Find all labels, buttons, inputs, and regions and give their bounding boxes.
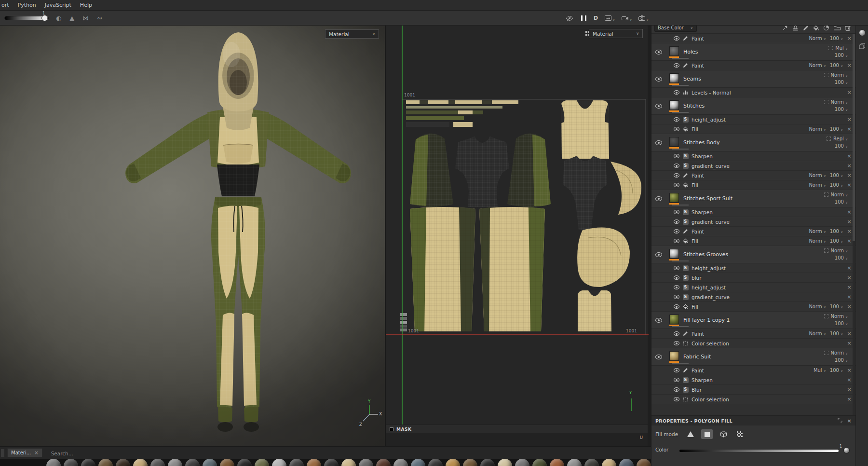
remove-effect-button[interactable] [847, 163, 852, 169]
postcard-icon[interactable] [605, 14, 614, 23]
material-thumbnail[interactable] [393, 459, 408, 466]
opacity-select[interactable]: 100 [835, 143, 848, 149]
opacity-select[interactable]: 100 [830, 63, 843, 68]
visibility-eye-icon[interactable] [655, 50, 662, 55]
effect-row[interactable]: SSharpen [651, 375, 855, 385]
opacity-select[interactable]: 100 [835, 199, 848, 205]
visibility-eye-icon[interactable] [674, 90, 679, 95]
menu-item[interactable]: JavaScript [41, 2, 76, 8]
effect-row[interactable]: PaintNorm100 [651, 329, 855, 339]
close-tab-icon[interactable] [34, 450, 38, 455]
remove-effect-button[interactable] [847, 126, 852, 132]
remove-effect-button[interactable] [847, 294, 852, 300]
material-thumbnail[interactable] [446, 459, 460, 466]
effect-row[interactable]: PaintNorm100 [651, 171, 855, 180]
blend-mode-select[interactable]: Norm [809, 229, 826, 234]
mask-bar[interactable]: MASK [386, 425, 648, 433]
layer-row[interactable]: Fabric SuitNorm100 [651, 348, 855, 366]
material-thumbnail[interactable] [428, 459, 443, 466]
opacity-select[interactable]: 100 [830, 173, 843, 178]
material-thumbnail[interactable] [220, 459, 234, 466]
blend-options-icon[interactable] [824, 351, 828, 355]
visibility-eye-icon[interactable] [674, 341, 679, 345]
remove-effect-button[interactable] [847, 284, 852, 290]
visibility-eye-icon[interactable] [655, 104, 662, 109]
remove-effect-button[interactable] [847, 116, 852, 123]
pencil-icon[interactable] [803, 25, 809, 31]
material-thumbnail[interactable] [376, 459, 391, 466]
remove-effect-button[interactable] [847, 182, 852, 188]
remove-effect-button[interactable] [847, 386, 852, 393]
material-thumbnail[interactable] [359, 459, 373, 466]
remove-effect-button[interactable] [847, 89, 852, 96]
shader-mode-select[interactable]: Material [325, 29, 379, 39]
expand-panel-icon[interactable] [838, 418, 842, 424]
opacity-select[interactable]: 100 [830, 304, 843, 309]
opacity-select[interactable]: 100 [830, 182, 843, 188]
fill-mode-checker-button[interactable] [734, 429, 746, 439]
opacity-select[interactable]: 100 [835, 53, 848, 58]
visibility-eye-icon[interactable] [674, 304, 679, 309]
alpha-falloff-icon[interactable]: ▲ [69, 14, 74, 22]
visibility-eye-icon[interactable] [674, 387, 679, 392]
material-thumbnail[interactable] [289, 459, 304, 466]
opacity-select[interactable]: 100 [835, 107, 848, 112]
layer-row[interactable]: SeamsNorm100 [651, 70, 855, 88]
material-thumbnail[interactable] [498, 459, 512, 466]
blend-options-icon[interactable] [824, 192, 828, 197]
blend-mode-select[interactable]: Mul [814, 368, 826, 373]
visibility-eye-icon[interactable] [674, 229, 679, 233]
blend-mode-select[interactable]: Norm [831, 248, 848, 253]
displacement-icon[interactable]: D [594, 15, 598, 21]
layers-scrollbar[interactable] [853, 34, 855, 415]
effect-row[interactable]: Sgradient_curve [651, 217, 855, 227]
effect-row[interactable]: Sheight_adjust [651, 115, 855, 124]
visibility-eye-icon[interactable] [674, 239, 679, 243]
material-sphere-icon[interactable] [859, 30, 865, 36]
material-thumbnail[interactable] [480, 459, 495, 466]
effect-row[interactable]: SSharpen [651, 207, 855, 217]
layer-row[interactable]: Stitches GroovesNorm100 [651, 246, 855, 263]
remove-effect-button[interactable] [847, 396, 852, 402]
layer-row[interactable]: Stitches Sport SuitNorm100 [651, 190, 855, 207]
shelf-handle[interactable] [1, 449, 4, 457]
viewport-3d[interactable]: Material Y X Z [0, 26, 385, 446]
effect-row[interactable]: FillNorm100 [651, 124, 855, 134]
visibility-eye-icon[interactable] [674, 378, 679, 382]
opacity-select[interactable]: 100 [830, 368, 843, 373]
search-input[interactable] [51, 451, 196, 456]
remove-effect-button[interactable] [847, 62, 852, 69]
material-thumbnail[interactable] [150, 459, 165, 466]
visibility-eye-icon[interactable] [674, 219, 679, 224]
material-thumbnail[interactable] [272, 459, 286, 466]
remove-effect-button[interactable] [847, 153, 852, 159]
visibility-eye-icon[interactable] [655, 252, 662, 257]
opacity-select[interactable]: 100 [830, 36, 843, 41]
material-thumbnail[interactable] [46, 459, 61, 466]
video-camera-icon[interactable] [622, 14, 632, 23]
blend-mode-select[interactable]: Repl [833, 136, 848, 141]
opacity-select[interactable]: 100 [835, 357, 848, 363]
material-thumbnail[interactable] [341, 459, 356, 466]
material-thumbnail[interactable] [550, 459, 564, 466]
lazy-mouse-icon[interactable]: ∾ [97, 14, 102, 22]
effect-row[interactable]: Sheight_adjust [651, 283, 855, 292]
opacity-select[interactable]: 100 [830, 229, 843, 234]
blend-options-icon[interactable] [824, 248, 828, 253]
remove-effect-button[interactable] [847, 367, 852, 373]
visibility-eye-icon[interactable] [674, 368, 679, 372]
blend-mode-select[interactable]: Norm [809, 331, 826, 336]
remove-effect-button[interactable] [847, 377, 852, 383]
menu-item[interactable]: ort [0, 2, 14, 8]
close-panel-icon[interactable] [847, 418, 852, 424]
material-thumbnail[interactable] [602, 459, 616, 466]
opacity-select[interactable]: 100 [830, 126, 843, 132]
effect-row[interactable]: Sheight_adjust [651, 263, 855, 273]
material-thumbnail[interactable] [98, 459, 113, 466]
effect-row[interactable]: Color selection [651, 339, 855, 348]
menu-item[interactable]: Python [14, 2, 41, 8]
shelf-tab-materials[interactable]: Materi... [7, 448, 42, 457]
effect-row[interactable]: FillNorm100 [651, 236, 855, 246]
grayscale-mode-icon[interactable]: ◐ [56, 14, 61, 22]
visibility-eye-icon[interactable] [655, 355, 662, 359]
